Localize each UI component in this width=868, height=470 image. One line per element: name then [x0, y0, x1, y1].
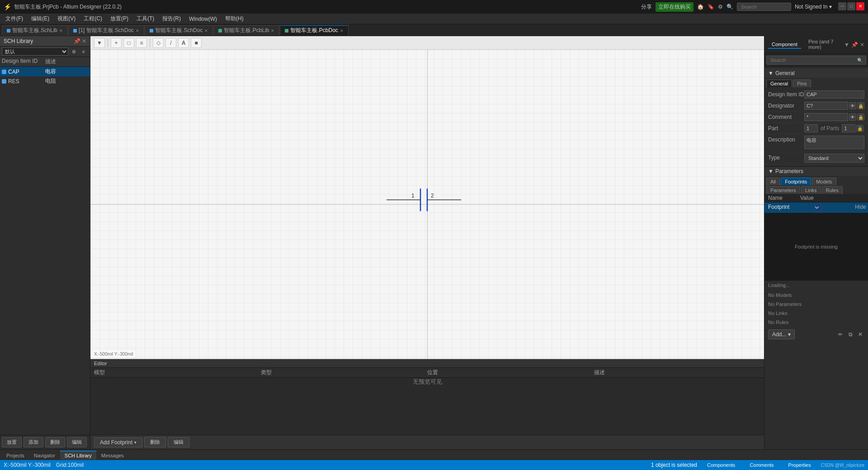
filter-btn[interactable]: ▼ [94, 38, 105, 48]
designator-vis-btn[interactable]: 👁 [849, 102, 856, 109]
add-component-button[interactable]: 添加 [24, 437, 43, 447]
polygon-btn[interactable]: ◇ [153, 38, 164, 48]
status-tab-components[interactable]: Components [703, 461, 740, 469]
field-type: Type Standard [764, 152, 868, 164]
top-search-input[interactable] [737, 3, 791, 11]
menu-view[interactable]: 视图(V) [54, 14, 79, 24]
menu-tools[interactable]: 工具(T) [133, 14, 158, 24]
component-filter-select[interactable]: 默认 [2, 47, 68, 56]
designator-input[interactable] [804, 102, 848, 110]
add-dropdown-button[interactable]: Add... ▾ [768, 329, 795, 339]
schematic-view[interactable]: 1 2 X:-500mil Y:-300mil [90, 50, 764, 359]
bottom-nav-messages[interactable]: Messages [97, 451, 128, 460]
field-design-item-id: Design Item ID [764, 89, 868, 100]
status-tab-comments[interactable]: Comments [745, 461, 778, 469]
minimize-button[interactable]: ─ [838, 2, 846, 10]
account-label[interactable]: Not Signed In ▾ [795, 4, 832, 10]
params-edit-btn[interactable]: ✏ [836, 330, 844, 338]
menu-help[interactable]: 帮助(H) [222, 14, 247, 24]
part-of-input[interactable] [842, 124, 855, 132]
right-tab-component[interactable]: Component [768, 41, 801, 49]
filter-settings-btn[interactable]: ⚙ [69, 47, 78, 56]
part-input[interactable] [804, 124, 818, 132]
params-delete-btn[interactable]: ✕ [856, 330, 864, 338]
rect-btn[interactable]: □ [123, 38, 134, 48]
right-search-input[interactable] [766, 56, 866, 65]
parameters-section-title[interactable]: ▼ Parameters [764, 167, 868, 176]
right-panel-pin-icon[interactable]: 📌 [851, 42, 858, 48]
bookmark-icon[interactable]: 🔖 [708, 4, 714, 10]
type-select[interactable]: Standard [804, 154, 864, 163]
list-view-btn[interactable]: ≡ [79, 47, 88, 56]
text-btn[interactable]: A [178, 38, 189, 48]
params-value-select[interactable]: ▼ [815, 204, 821, 212]
search-icon-top[interactable]: 🔍 [726, 4, 733, 10]
tab-schdoc1[interactable]: [1] 智能车主板.SchDoc ✕ [68, 25, 144, 35]
close-button[interactable]: ✕ [856, 2, 864, 10]
design-item-id-input[interactable] [804, 90, 864, 99]
bottom-nav-projects[interactable]: Projects [2, 451, 29, 460]
settings-icon[interactable]: ⚙ [718, 4, 723, 10]
align-btn[interactable]: ≡ [136, 38, 147, 48]
menu-edit[interactable]: 编辑(E) [28, 14, 53, 24]
menu-place[interactable]: 放置(P) [107, 14, 132, 24]
tab-close-schdoc2[interactable]: ✕ [204, 28, 208, 33]
edit-component-button[interactable]: 编辑 [67, 437, 87, 447]
right-panel-filter-icon[interactable]: ▼ [844, 42, 849, 48]
params-tab-all[interactable]: All [766, 178, 780, 185]
params-row-footprint[interactable]: Footprint ▼ Hide [764, 202, 868, 213]
params-tab-rules[interactable]: Rules [822, 186, 843, 194]
tab-pcblib[interactable]: 智能车主板.PcbLib ✕ [213, 25, 279, 35]
tab-schlib[interactable]: 智能车主板.SchLib ✕ [2, 25, 68, 35]
left-panel-close-icon[interactable]: ✕ [82, 38, 86, 44]
editor-table-header: 模型 类型 位置 描述 [90, 368, 764, 378]
params-tab-footprints[interactable]: Footprints [781, 178, 811, 185]
left-panel-pin-icon[interactable]: 📌 [74, 38, 80, 44]
description-textarea[interactable]: 电容 [804, 136, 864, 149]
add-footprint-button[interactable]: Add Footprint ▾ [94, 437, 142, 447]
tab-pcbdoc[interactable]: 智能车主板.PcbDoc ✕ [280, 25, 348, 35]
general-tab-pins[interactable]: Pins [793, 80, 811, 87]
menu-project[interactable]: 工程(C) [80, 14, 106, 24]
params-tab-links[interactable]: Links [801, 186, 821, 194]
params-tab-parameters[interactable]: Parameters [766, 186, 800, 194]
params-row-hide-footprint[interactable]: Hide [853, 202, 868, 213]
delete-footprint-button[interactable]: 删除 [144, 437, 166, 447]
store-button[interactable]: 立即在线购买 [656, 2, 693, 12]
tab-close-pcblib[interactable]: ✕ [271, 28, 274, 33]
part-lock-btn[interactable]: 🔒 [856, 125, 863, 132]
delete-component-button[interactable]: 删除 [45, 437, 65, 447]
status-tab-properties[interactable]: Properties [784, 461, 816, 469]
parameters-section: ▼ Parameters All Footprints Models Param… [764, 167, 868, 449]
params-copy-btn[interactable]: ⧉ [846, 330, 854, 338]
tab-schdoc2[interactable]: 智能车主板.SchDoc ✕ [145, 25, 213, 35]
general-tab-general[interactable]: General [766, 80, 792, 87]
menu-file[interactable]: 文件(F) [2, 14, 27, 24]
share-icon[interactable]: 分享 [641, 3, 652, 11]
fill-btn[interactable]: ■ [191, 38, 202, 48]
bottom-nav-schlibrary[interactable]: SCH Library [60, 451, 96, 460]
general-section-title[interactable]: ▼ General [764, 69, 868, 78]
maximize-button[interactable]: □ [847, 2, 855, 10]
edit-footprint-button[interactable]: 编辑 [168, 437, 189, 447]
bottom-nav-navigator[interactable]: Navigator [29, 451, 60, 460]
add-btn[interactable]: + [111, 38, 122, 48]
right-panel-close-icon[interactable]: ✕ [860, 42, 864, 48]
menu-window[interactable]: Window(W) [185, 15, 221, 23]
tab-close-schdoc1[interactable]: ✕ [136, 28, 139, 33]
comment-vis-btn[interactable]: 👁 [849, 113, 856, 121]
place-button[interactable]: 放置 [2, 437, 22, 447]
component-row-res[interactable]: RES 电阻 [0, 76, 90, 86]
params-tab-models[interactable]: Models [812, 178, 836, 185]
component-row-cap[interactable]: CAP 电容 [0, 67, 90, 76]
designator-lock-btn[interactable]: 🔒 [857, 102, 864, 109]
menu-reports[interactable]: 报告(R) [159, 14, 184, 24]
home-icon[interactable]: 🏠 [697, 4, 704, 10]
tab-close-pcbdoc[interactable]: ✕ [340, 28, 344, 33]
line-btn[interactable]: / [165, 38, 176, 48]
comment-lock-btn[interactable]: 🔒 [857, 113, 864, 121]
comment-input[interactable] [804, 113, 848, 121]
tab-close-schlib[interactable]: ✕ [59, 28, 63, 33]
right-tab-pins[interactable]: Pins (and 7 more) [805, 38, 840, 52]
tab-bar: 智能车主板.SchLib ✕ [1] 智能车主板.SchDoc ✕ 智能车主板.… [0, 24, 868, 36]
